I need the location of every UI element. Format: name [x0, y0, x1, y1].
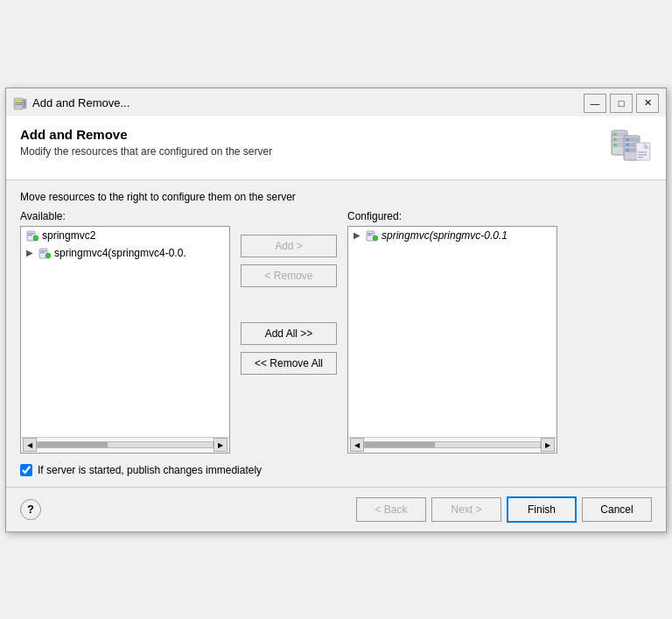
scroll-left-icon[interactable]: ◀	[23, 438, 37, 452]
list-item[interactable]: ▶ springmvc(springmvc-0.0.1	[348, 227, 556, 244]
middle-buttons: Add > < Remove Add All >> << Remove All	[230, 210, 347, 375]
scrollbar-thumb	[38, 442, 108, 447]
svg-rect-31	[40, 252, 45, 253]
svg-point-32	[46, 253, 51, 258]
svg-rect-18	[626, 144, 629, 146]
title-bar: Add and Remove... — □ ✕	[6, 88, 666, 116]
remove-button[interactable]: < Remove	[241, 264, 337, 287]
svg-point-28	[33, 236, 38, 241]
list-item-text: springmvc(springmvc-0.0.1	[382, 229, 508, 242]
svg-rect-19	[626, 149, 629, 151]
project-icon	[38, 247, 51, 259]
svg-rect-26	[28, 233, 34, 234]
header-text: Add and Remove Modify the resources that…	[20, 127, 272, 158]
help-button[interactable]: ?	[20, 499, 41, 520]
svg-rect-12	[613, 144, 617, 146]
columns-area: Available: springmvc2 ▶	[20, 210, 652, 454]
finish-button[interactable]: Finish	[507, 496, 577, 523]
expand-arrow-icon: ▶	[26, 248, 33, 257]
title-bar-title: Add and Remove...	[32, 96, 130, 109]
svg-rect-2	[15, 102, 22, 103]
dialog-footer: ? < Back Next > Finish Cancel	[6, 487, 666, 531]
project-icon	[26, 229, 38, 242]
configured-scrollbar[interactable]: ◀ ▶	[348, 437, 556, 453]
publish-checkbox-label[interactable]: If server is started, publish changes im…	[38, 464, 262, 476]
list-item-text: springmvc2	[42, 229, 95, 242]
svg-rect-0	[14, 98, 23, 109]
svg-rect-34	[368, 233, 374, 234]
close-button[interactable]: ✕	[636, 94, 659, 113]
list-empty-space	[21, 262, 229, 437]
available-label: Available:	[20, 210, 230, 222]
dialog-window: Add and Remove... — □ ✕ Add and Remove M…	[5, 88, 667, 532]
scroll-right-icon[interactable]: ▶	[214, 438, 228, 452]
svg-rect-30	[40, 250, 46, 251]
svg-rect-10	[613, 133, 617, 136]
configured-label: Configured:	[347, 210, 557, 222]
maximize-button[interactable]: □	[610, 94, 633, 113]
svg-rect-17	[626, 138, 629, 141]
configured-section: Configured: ▶ springmvc(springmvc-0.0.1	[347, 210, 557, 454]
server-icon-svg	[610, 127, 652, 169]
scroll-right-icon[interactable]: ▶	[541, 438, 555, 452]
svg-rect-11	[613, 138, 617, 141]
expand-arrow-icon: ▶	[354, 230, 360, 240]
remove-all-button[interactable]: << Remove All	[241, 352, 337, 375]
dialog-icon	[13, 96, 27, 110]
svg-rect-5	[24, 101, 25, 107]
instruction-text: Move resources to the right to configure…	[20, 191, 652, 203]
back-button[interactable]: < Back	[356, 497, 426, 522]
svg-rect-24	[638, 157, 643, 158]
svg-rect-1	[15, 100, 22, 102]
header-subtitle: Modify the resources that are configured…	[20, 145, 272, 158]
svg-rect-27	[28, 235, 32, 236]
svg-rect-3	[15, 104, 22, 105]
header-title: Add and Remove	[20, 127, 272, 142]
project-icon	[366, 229, 378, 242]
available-list: springmvc2 ▶ springmvc4(springmvc4-0.0.	[20, 226, 230, 454]
svg-point-36	[373, 236, 378, 241]
list-item-text: springmvc4(springmvc4-0.0.	[54, 247, 186, 259]
footer-left: ?	[20, 499, 41, 520]
footer-right: < Back Next > Finish Cancel	[356, 496, 652, 523]
next-button[interactable]: Next >	[431, 497, 501, 522]
configured-list: ▶ springmvc(springmvc-0.0.1 ◀	[347, 226, 557, 454]
minimize-button[interactable]: —	[584, 94, 606, 113]
add-all-button[interactable]: Add All >>	[241, 322, 337, 345]
available-section: Available: springmvc2 ▶	[20, 210, 230, 454]
add-button[interactable]: Add >	[241, 235, 337, 257]
list-item[interactable]: springmvc2	[21, 227, 229, 244]
checkbox-area: If server is started, publish changes im…	[20, 464, 652, 476]
available-scrollbar[interactable]: ◀ ▶	[21, 437, 229, 453]
scrollbar-thumb	[365, 442, 435, 447]
scroll-left-icon[interactable]: ◀	[350, 438, 364, 452]
dialog-body: Move resources to the right to configure…	[6, 180, 666, 487]
dialog-header: Add and Remove Modify the resources that…	[6, 116, 666, 180]
title-bar-controls: — □ ✕	[584, 94, 659, 113]
scrollbar-track[interactable]	[37, 441, 214, 448]
cancel-button[interactable]: Cancel	[582, 497, 652, 522]
header-icon	[610, 127, 652, 169]
list-item[interactable]: ▶ springmvc4(springmvc4-0.0.	[21, 244, 229, 262]
publish-checkbox[interactable]	[20, 464, 32, 476]
scrollbar-track[interactable]	[364, 441, 541, 448]
svg-rect-22	[638, 151, 647, 153]
title-bar-left: Add and Remove...	[13, 96, 130, 110]
list-empty-space	[348, 244, 556, 437]
svg-rect-23	[638, 154, 647, 156]
svg-rect-35	[368, 235, 372, 236]
